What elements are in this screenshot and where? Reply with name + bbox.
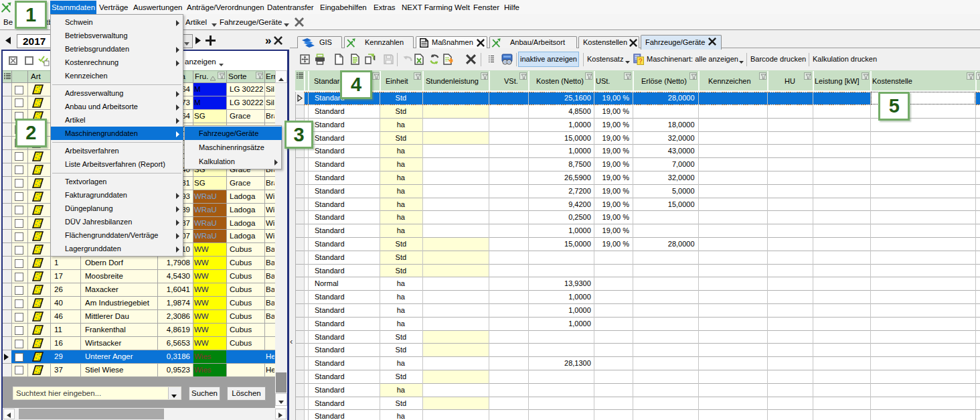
svg-text:?: ? bbox=[639, 58, 643, 65]
